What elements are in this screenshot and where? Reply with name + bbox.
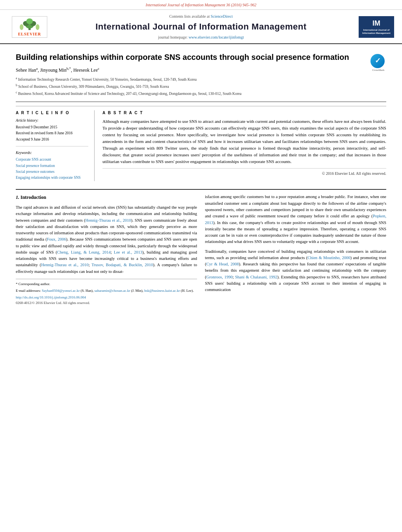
author-jinyoung: Jinyoung Minb,* [40,67,71,73]
journal-citation: International Journal of Information Man… [146,3,257,7]
received-date: Received 9 December 2015 [16,125,88,130]
journal-banner: ELSEVIER Contents lists available at Sci… [0,10,402,44]
svg-point-4 [26,19,33,24]
corresponding-author-note: * Corresponding author. [16,282,197,287]
email-label: E-mail addresses: [16,289,41,293]
article-title: Building relationships within corporate … [16,52,365,62]
research-word: Research [243,262,258,266]
article-header: Building relationships within corporate … [16,52,386,102]
ref-shani[interactable]: Shani & Chalasani, 1992 [235,275,277,279]
copyright: © 2016 Elsevier Ltd. All rights reserved… [102,168,386,176]
journal-title-block: Contents lists available at ScienceDirec… [51,14,351,40]
ref-chien[interactable]: Chien & Moutinho, 2000 [307,256,350,260]
affiliations: a Information Technology Research Center… [16,76,365,97]
footnote-section: * Corresponding author. E-mail addresses… [16,279,197,306]
journal-homepage-link[interactable]: www.elsevier.com/locate/ijinfomgt [188,35,244,39]
keywords-label: Keywords: [16,150,88,156]
abstract-heading: A B S T R A C T [102,110,386,116]
issn-line: 0268-4012/© 2016 Elsevier Ltd. All right… [16,300,197,306]
keyword-4: Engaging relationships with corporate SN… [16,175,88,180]
body-content: 1. Introduction The rapid advances in an… [16,189,386,306]
article-info-heading: A R T I C L E I N F O [16,110,88,116]
doi-link[interactable]: http://dx.doi.org/10.1016/j.ijinfomgt.20… [16,295,86,299]
intro-para-1: The rapid advances in and diffusion of s… [16,204,197,275]
elsevier-logo-block: ELSEVIER [8,16,51,38]
section-number: 1. [16,195,19,200]
crossmark-icon: ✓ [370,54,385,68]
revised-date: Received in revised form 8 June 2016 [16,131,88,136]
article-content: Building relationships within corporate … [0,44,402,314]
elsevier-name: ELSEVIER [18,32,41,37]
keyword-3: Social presence outcomes [16,169,88,174]
sciencedirect-line: Contents lists available at ScienceDirec… [51,14,351,19]
intro-para-3: Traditionally, companies have conceived … [205,248,386,293]
ref-trusov[interactable]: Trusov, Bodapati, & Bucklin, 2010 [91,263,153,267]
keyword-1: Corporate SNS account [16,157,88,162]
body-left-column: 1. Introduction The rapid advances in an… [16,194,197,306]
ref-gronroos[interactable]: Gronroos, 1990 [207,275,233,279]
elsevier-tree-icon [18,17,41,31]
article-info-col: A R T I C L E I N F O Article history: R… [16,110,95,182]
author-sehee: Sehee Hana [16,67,38,73]
email-lee[interactable]: hsk@business.kaist.ac.kr [144,289,180,293]
author-heeseok: Heeseok Leec [73,67,99,73]
article-history: Article history: Received 9 December 201… [16,118,88,146]
email-min[interactable]: saharamin@chosun.ac.kr [95,289,130,293]
email-han[interactable]: Sayhan0504@yonsei.ac.kr [42,289,80,293]
journal-homepage-line: journal homepage: www.elsevier.com/locat… [51,35,351,40]
article-title-block: Building relationships within corporate … [16,52,365,98]
ref-hennig-thurau[interactable]: Hennig-Thurau et al., 2010 [86,218,131,222]
keywords-section: Keywords: Corporate SNS account Social p… [16,150,88,180]
svg-point-5 [20,24,23,30]
journal-citation-strip: International Journal of Information Man… [0,0,402,10]
article-info-abstract: A R T I C L E I N F O Article history: R… [16,106,386,182]
abstract-col: A B S T R A C T Although many companies … [102,110,386,182]
ref-cyr[interactable]: Cyr & Head, 2008 [207,262,239,266]
journal-title: International Journal of Information Man… [51,21,351,33]
accepted-date: Accepted 9 June 2016 [16,137,88,142]
ref-foux[interactable]: Foux, 2006 [47,237,66,241]
ref-lee2013[interactable]: Lee et al., 2013 [114,250,142,254]
info-mgmt-logo: IM International Journal of Information … [359,16,394,38]
page: International Journal of Information Man… [0,0,402,532]
affiliation-c: c Business School, Korea Advanced Instit… [16,90,365,96]
affiliation-b: b School of Business, Chosun University,… [16,83,365,89]
ref-popken[interactable]: Popken, 2013 [205,214,386,224]
email-addresses-note: E-mail addresses: Sayhan0504@yonsei.ac.k… [16,288,197,294]
crossmark-label: CrossMark [370,69,386,72]
doi-line[interactable]: http://dx.doi.org/10.1016/j.ijinfomgt.20… [16,295,197,300]
sciencedirect-link[interactable]: ScienceDirect [210,14,233,19]
info-mgmt-logo-block: IM International Journal of Information … [351,16,394,38]
abstract-text: Although many companies have attempted t… [102,118,386,165]
history-label: Article history: [16,118,88,123]
section-1-title: 1. Introduction [16,194,197,201]
intro-para-2: isfaction among specific customers but t… [205,194,386,245]
keyword-2: Social presence formation [16,163,88,169]
ref-hennig2[interactable]: Hennig-Thurau et al., 2010 [41,263,88,267]
affiliation-a: a Information Technology Research Center… [16,76,365,82]
authors-line: Sehee Hana, Jinyoung Minb,*, Heeseok Lee… [16,66,365,74]
ref-cheng[interactable]: Cheng, Liang, & Leung, 2014 [57,250,111,254]
section-intro-title: Introduction [20,195,46,200]
crossmark-badge[interactable]: ✓ CrossMark [370,54,386,70]
body-right-column: isfaction among specific customers but t… [205,194,386,306]
elsevier-logo: ELSEVIER [12,16,47,38]
svg-point-6 [36,24,39,30]
